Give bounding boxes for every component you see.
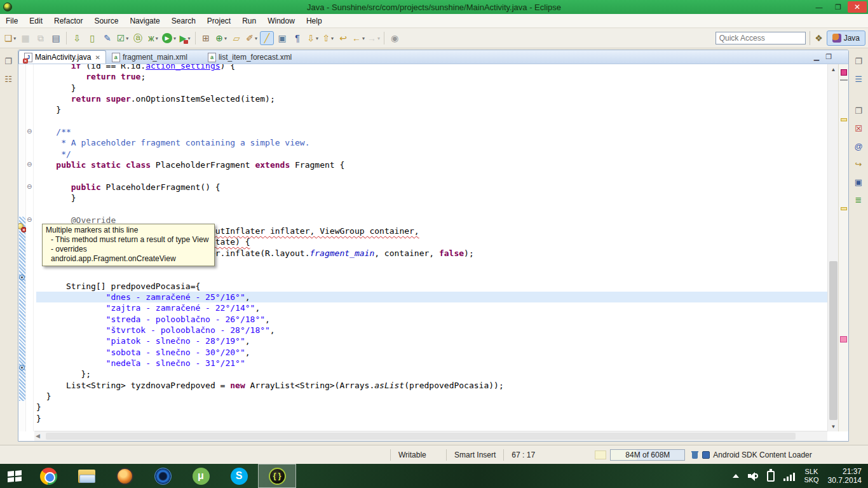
- fold-collapse-icon[interactable]: ⊖: [27, 217, 32, 223]
- previous-annotation-dropdown-icon[interactable]: ▾: [331, 36, 334, 41]
- android-sdk-manager-button[interactable]: ⇩: [70, 31, 84, 45]
- overview-error-indicator[interactable]: [841, 69, 847, 76]
- print-button[interactable]: ▤: [49, 31, 63, 45]
- outline-view-icon[interactable]: ☰: [852, 72, 865, 85]
- error-quickfix-icon[interactable]: ✕: [18, 223, 27, 232]
- start-button[interactable]: [0, 464, 29, 488]
- menu-project[interactable]: Project: [201, 15, 236, 27]
- vertical-scroll-thumb[interactable]: [829, 261, 837, 420]
- menu-window[interactable]: Window: [262, 15, 301, 27]
- horizontal-scroll-thumb[interactable]: [46, 433, 796, 440]
- declaration-view-icon[interactable]: ↪: [852, 158, 865, 170]
- show-whitespace-button[interactable]: ¶: [290, 31, 304, 45]
- run-check-button[interactable]: ☑▾: [116, 31, 130, 45]
- taskbar-chrome[interactable]: [29, 464, 67, 488]
- back-button[interactable]: ←▾: [351, 31, 365, 45]
- fold-collapse-icon[interactable]: ⊖: [27, 161, 32, 168]
- horizontal-scrollbar[interactable]: ◀: [34, 431, 827, 441]
- android-lint-button[interactable]: ✎: [100, 31, 114, 45]
- taskbar-skype[interactable]: S: [220, 464, 258, 488]
- problems-view-icon[interactable]: ☒: [852, 122, 865, 135]
- run-check-dropdown-icon[interactable]: ▾: [126, 36, 128, 41]
- open-element-button[interactable]: ▱: [229, 31, 243, 45]
- language-indicator[interactable]: SLKSKQ: [804, 468, 818, 484]
- menu-search[interactable]: Search: [166, 15, 201, 27]
- scroll-up-icon[interactable]: ▲: [828, 64, 839, 74]
- run-dropdown-icon[interactable]: ▾: [173, 36, 176, 41]
- fold-collapse-icon[interactable]: ⊖: [27, 128, 32, 135]
- restore-outline-icon[interactable]: ❐: [852, 55, 865, 67]
- menu-help[interactable]: Help: [301, 15, 328, 27]
- minimize-editor-icon[interactable]: ▁: [814, 53, 819, 61]
- overview-occurrence-marker[interactable]: [841, 207, 847, 210]
- folding-ruler[interactable]: ⊖⊖⊖⊖: [26, 64, 34, 431]
- tab-fragment_main.xml[interactable]: afragment_main.xml: [106, 50, 193, 64]
- javadoc-view-icon[interactable]: @: [852, 140, 865, 152]
- clock[interactable]: 21:37 30.7.2014: [828, 467, 862, 485]
- scroll-left-icon[interactable]: ◀: [36, 433, 40, 439]
- menu-refactor[interactable]: Refactor: [48, 15, 88, 27]
- previous-annotation-button[interactable]: ⇧▾: [321, 31, 335, 45]
- run-external-tools-button[interactable]: ▶▾: [178, 31, 192, 45]
- forward-dropdown-icon[interactable]: ▾: [377, 36, 380, 41]
- garbage-collect-icon[interactable]: [691, 451, 698, 459]
- new-java-project-button[interactable]: ⊞: [199, 31, 213, 45]
- restore-view-icon[interactable]: ❐: [2, 55, 15, 67]
- new-android-project-button[interactable]: ⓐ: [131, 31, 145, 45]
- taskbar-eclipse[interactable]: { }: [258, 464, 296, 488]
- ruler-marker-icon[interactable]: [19, 365, 25, 370]
- save-button[interactable]: ▦: [18, 31, 32, 45]
- taskbar-fl-studio[interactable]: [105, 464, 144, 488]
- tab-list_item_forecast.xml[interactable]: alist_item_forecast.xml: [202, 50, 297, 64]
- tab-close-icon[interactable]: ✕: [95, 54, 100, 61]
- restore-views-icon[interactable]: ❐: [852, 104, 865, 117]
- annotation-ruler[interactable]: ✕: [18, 64, 26, 431]
- tab-MainActivity.java[interactable]: J✕MainActivity.java✕: [18, 50, 106, 64]
- quick-access-input[interactable]: [715, 32, 806, 44]
- menu-navigate[interactable]: Navigate: [124, 15, 165, 27]
- menu-run[interactable]: Run: [236, 15, 262, 27]
- volume-icon[interactable]: [748, 471, 758, 480]
- overview-occurrence-marker[interactable]: [841, 118, 847, 121]
- network-signal-icon[interactable]: [783, 471, 795, 481]
- debug-dropdown-icon[interactable]: ▾: [156, 36, 158, 41]
- show-hidden-icons[interactable]: [733, 474, 739, 478]
- java-perspective-button[interactable]: Java: [827, 30, 865, 46]
- fold-collapse-icon[interactable]: ⊖: [27, 184, 32, 190]
- maximize-button[interactable]: ❐: [829, 1, 848, 13]
- search-button[interactable]: ✐▾: [245, 31, 259, 45]
- new-java-class-button[interactable]: ⊕▾: [214, 31, 228, 45]
- open-perspective-button[interactable]: ❖: [814, 32, 827, 44]
- new-java-class-dropdown-icon[interactable]: ▾: [224, 36, 227, 41]
- battery-icon[interactable]: [767, 471, 775, 482]
- vertical-scrollbar[interactable]: ▲ ▼: [827, 64, 838, 431]
- taskbar-poweriso[interactable]: [144, 464, 182, 488]
- save-all-button[interactable]: ⧉: [34, 31, 48, 45]
- next-annotation-dropdown-icon[interactable]: ▾: [316, 36, 318, 41]
- new-wizard-button[interactable]: ❏▾: [3, 31, 17, 45]
- scroll-down-icon[interactable]: ▼: [828, 421, 839, 431]
- minimize-button[interactable]: —: [810, 1, 829, 13]
- run-button[interactable]: ▶▾: [161, 31, 177, 45]
- toggle-mark-occurrences-button[interactable]: ╱: [260, 31, 274, 45]
- maximize-editor-icon[interactable]: ❐: [825, 53, 832, 61]
- overview-error-marker[interactable]: [840, 336, 847, 342]
- package-explorer-icon[interactable]: ☷: [2, 72, 15, 85]
- menu-edit[interactable]: Edit: [24, 15, 48, 27]
- pin-editor-button[interactable]: ◉: [388, 31, 402, 45]
- new-wizard-dropdown-icon[interactable]: ▾: [13, 36, 16, 41]
- menu-source[interactable]: Source: [88, 15, 124, 27]
- close-button[interactable]: ✕: [848, 1, 867, 13]
- debug-button[interactable]: ж▾: [146, 31, 160, 45]
- overview-ruler[interactable]: [838, 64, 848, 431]
- last-edit-location-button[interactable]: ↩: [336, 31, 350, 45]
- ruler-marker-icon[interactable]: [19, 274, 25, 280]
- back-dropdown-icon[interactable]: ▾: [362, 36, 365, 41]
- logcat-view-icon[interactable]: ≣: [852, 193, 865, 206]
- code-editor[interactable]: if (id == R.id.action_settings) { return…: [34, 64, 827, 431]
- menu-file[interactable]: File: [0, 15, 24, 27]
- android-device-manager-button[interactable]: ▯: [85, 31, 99, 45]
- taskbar-file-explorer[interactable]: [67, 464, 105, 488]
- forward-button[interactable]: →▾: [367, 31, 381, 45]
- next-annotation-button[interactable]: ⇩▾: [306, 31, 320, 45]
